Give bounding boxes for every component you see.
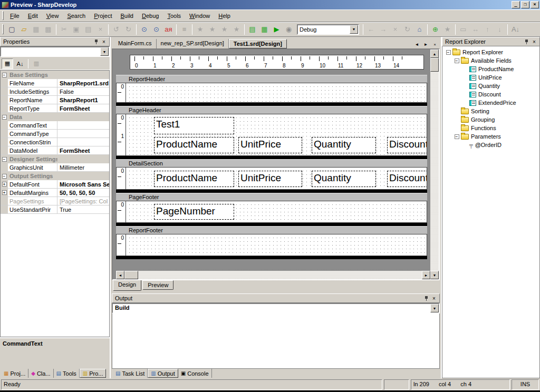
save-button[interactable]: ▦ [30, 24, 42, 35]
run-button[interactable]: ▶ [271, 24, 283, 35]
home-button[interactable]: ⌂ [413, 24, 426, 35]
undo-button[interactable]: ↺ [110, 24, 122, 35]
nav-refresh-button[interactable]: ↻ [401, 24, 413, 35]
menu-window[interactable]: Window [185, 11, 214, 21]
section-label[interactable]: DetailSection [116, 159, 427, 167]
report-item-pagenumber[interactable]: PageNumber [154, 204, 234, 220]
prev-tab-icon[interactable]: ◄ [413, 41, 421, 48]
pad-tab-tools[interactable]: ▤Tools [54, 369, 80, 378]
cut-button[interactable]: ✂ [58, 24, 70, 35]
menu-build[interactable]: Build [117, 11, 138, 21]
redo-button[interactable]: ↻ [122, 24, 134, 35]
property-row[interactable]: PageSettings[PageSettings: Col [1, 197, 109, 205]
find-in-files-button[interactable]: ⊙ [150, 24, 162, 35]
categorized-button[interactable]: ▦ [2, 58, 13, 69]
tree-item-available-fields[interactable]: −Available Fields [444, 56, 539, 65]
horizontal-scrollbar[interactable]: ◄ ► [116, 271, 430, 279]
fit-width-button[interactable]: ↔ [469, 24, 481, 35]
menu-edit[interactable]: Edit [24, 11, 42, 21]
pin-icon[interactable] [93, 38, 100, 45]
property-pages-button[interactable]: ▥ [31, 58, 42, 69]
bookmark-clear-button[interactable]: ★ [230, 24, 243, 35]
expand-icon[interactable]: + [2, 182, 7, 187]
comment-lines-button[interactable]: ≡ [178, 24, 190, 35]
menu-file[interactable]: File [6, 11, 24, 21]
collapse-icon[interactable]: − [455, 58, 459, 63]
toolbar-grip[interactable] [2, 24, 4, 34]
section-canvas[interactable] [126, 83, 427, 103]
property-value[interactable]: False [57, 87, 109, 95]
section-label[interactable]: PageHeader [116, 106, 427, 114]
tree-item-functions[interactable]: Functions [444, 124, 539, 132]
report-item-quantity[interactable]: Quantity [312, 137, 376, 153]
tree-item-report-explorer[interactable]: −Report Explorer [444, 48, 539, 56]
vertical-scrollbar[interactable]: ▲ ▼ [430, 50, 439, 279]
tree-item-grouping[interactable]: Grouping [444, 115, 539, 124]
property-category[interactable]: −Output Settings [1, 172, 109, 180]
tree-item-productname[interactable]: ProductName [444, 65, 539, 73]
scroll-down-button[interactable]: ↓ [494, 24, 506, 35]
pad-tab-cla-[interactable]: ◆Cla... [28, 369, 53, 378]
stop-button[interactable]: ◉ [283, 24, 295, 35]
next-tab-icon[interactable]: ► [422, 41, 430, 48]
property-row[interactable]: +DefaultMargins50, 50, 50, 50 [1, 189, 109, 197]
chevron-down-icon[interactable]: ▼ [350, 25, 358, 34]
split-window-button[interactable]: ▭ [457, 24, 469, 35]
scroll-left-icon[interactable]: ◄ [116, 271, 124, 279]
property-value[interactable]: 50, 50, 50, 50 [57, 189, 109, 197]
property-value[interactable] [57, 138, 109, 146]
close-icon[interactable]: × [531, 38, 538, 45]
section-canvas[interactable]: PageNumber [126, 201, 427, 223]
report-item-productname[interactable]: ProductName [154, 171, 234, 187]
nav-stop-button[interactable]: × [389, 24, 401, 35]
bookmark-next-button[interactable]: ★ [218, 24, 230, 35]
vscroll-thumb[interactable] [430, 58, 439, 72]
bookmark-toggle-button[interactable]: ★ [194, 24, 206, 35]
tree-item-unitprice[interactable]: UnitPrice [444, 73, 539, 82]
build-button[interactable]: ▤ [246, 24, 258, 35]
report-item-quantity[interactable]: Quantity [312, 171, 376, 187]
hscroll-thumb[interactable] [124, 271, 138, 279]
close-button[interactable]: × [531, 1, 539, 8]
expand-icon[interactable]: + [2, 190, 7, 195]
property-row[interactable]: IncludeSettingsFalse [1, 87, 109, 96]
alphabetical-sort-button[interactable]: A↓ [14, 58, 26, 69]
build-all-button[interactable]: ▦ [258, 24, 271, 35]
output-content[interactable] [112, 313, 440, 369]
property-value[interactable]: FormSheet [57, 146, 109, 154]
report-item-unitprice[interactable]: UnitPrice [238, 171, 302, 187]
close-icon[interactable]: × [430, 295, 438, 302]
collapse-icon[interactable]: − [2, 174, 7, 179]
menu-tools[interactable]: Tools [163, 11, 185, 21]
property-value[interactable]: FormSheet [57, 104, 109, 112]
restore-button[interactable]: ❐ [521, 1, 529, 8]
doc-tab-new-rep-sp-srd-design-[interactable]: new_rep_SP.srd[Design] [157, 39, 229, 48]
property-row[interactable]: GraphicsUnitMillimeter [1, 163, 109, 172]
section-canvas[interactable] [126, 234, 427, 256]
section-label[interactable]: ReportHeader [116, 75, 427, 83]
section-canvas[interactable]: Test1ProductNameUnitPriceQuantityDiscoun… [126, 114, 427, 156]
pin-icon[interactable] [523, 38, 531, 45]
tree-item-quantity[interactable]: Quantity [444, 82, 539, 90]
property-value[interactable]: SharpReport1 [57, 96, 109, 104]
property-value[interactable] [57, 121, 109, 129]
tree-item--orderid[interactable]: ╤@OrderID [444, 141, 539, 149]
minimize-button[interactable]: _ [512, 1, 520, 8]
pad-tab-output[interactable]: ▥Output [148, 369, 178, 378]
report-item-unitprice[interactable]: UnitPrice [238, 137, 302, 153]
report-item-discount[interactable]: Discount [387, 171, 427, 187]
delete-button[interactable]: × [94, 24, 107, 35]
bookmark-prev-button[interactable]: ★ [206, 24, 218, 35]
tree-item-parameters[interactable]: −Parameters [444, 132, 539, 141]
property-row[interactable]: CommandType [1, 130, 109, 138]
close-icon[interactable]: × [100, 38, 108, 45]
section-label[interactable]: ReportFooter [116, 226, 427, 234]
menu-grip[interactable] [2, 11, 4, 19]
tree-item-sorting[interactable]: Sorting [444, 107, 539, 115]
tree-item-discount[interactable]: Discount [444, 90, 539, 99]
copy-button[interactable]: ▣ [70, 24, 82, 35]
nav-back-button[interactable]: ← [365, 24, 377, 35]
menu-help[interactable]: Help [214, 11, 235, 21]
doc-tab-mainform-cs[interactable]: MainForm.cs [114, 39, 157, 48]
pin-icon[interactable] [423, 295, 430, 302]
